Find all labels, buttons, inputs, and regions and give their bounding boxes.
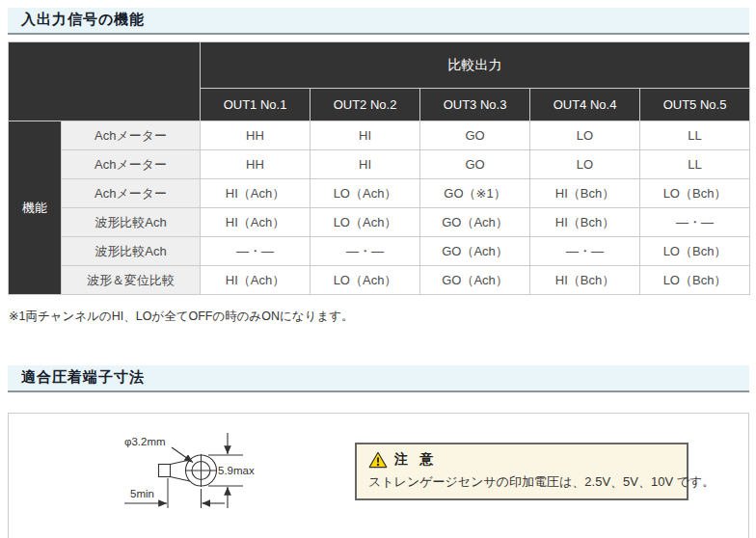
dim-height-label: 5.9max xyxy=(218,465,255,476)
table-cell: HH xyxy=(201,121,310,150)
table-row: 波形＆変位比較 HI（Ach） LO（Ach） GO（Ach） HI（Bch） … xyxy=(9,266,750,295)
spec-page: 入出力信号の機能 比較出力 OUT1 No.1 OUT2 No.2 OUT3 N… xyxy=(0,8,756,538)
table-cell: HI xyxy=(310,121,420,150)
table-cell: LL xyxy=(640,121,750,150)
table-cell: LO（Ach） xyxy=(310,179,420,208)
crimp-terminal-diagram: φ3.2mm 5.9max 5min xyxy=(117,429,300,525)
table-footnote: ※1両チャンネルのHI、LOが全てOFFの時のみONになります。 xyxy=(9,309,756,325)
wire-barrel xyxy=(159,465,171,477)
table-cell: LO（Bch） xyxy=(640,266,750,295)
table-cell: HH xyxy=(201,150,310,179)
table-cell: HI（Bch） xyxy=(530,266,640,295)
io-signal-table: 比較出力 OUT1 No.1 OUT2 No.2 OUT3 No.3 OUT4 … xyxy=(8,41,750,295)
table-corner-cell xyxy=(9,42,201,121)
col-header-out2: OUT2 No.2 xyxy=(310,89,420,121)
table-cell: —・— xyxy=(530,237,640,266)
table-cell: LL xyxy=(640,150,750,179)
col-header-out4: OUT4 No.4 xyxy=(530,89,640,121)
row-label: Achメーター xyxy=(62,179,201,208)
row-label: Achメーター xyxy=(62,121,201,150)
table-cell: —・— xyxy=(201,237,310,266)
row-label: 波形比較Ach xyxy=(62,237,201,266)
table-cell: LO xyxy=(530,121,640,150)
table-cell: GO xyxy=(420,121,530,150)
table-row: 波形比較Ach HI（Ach） LO（Ach） GO（Ach） HI（Bch） … xyxy=(9,208,750,237)
table-row: 波形比較Ach —・— —・— GO（Ach） —・— LO（Bch） xyxy=(9,237,750,266)
table-cell: GO（※1） xyxy=(420,179,530,208)
section-title-crimp-terminal: 適合圧着端子寸法 xyxy=(8,365,749,392)
row-label: 波形＆変位比較 xyxy=(62,266,201,295)
table-cell: HI（Bch） xyxy=(530,179,640,208)
caution-title: 注 意 xyxy=(394,451,437,469)
table-cell: LO xyxy=(530,150,640,179)
crimp-terminal-panel: φ3.2mm 5.9max 5min 注 意 xyxy=(8,413,749,538)
col-header-out5: OUT5 No.5 xyxy=(640,89,750,121)
row-label: 波形比較Ach xyxy=(62,208,201,237)
caution-text: ストレンゲージセンサの印加電圧は、2.5V、5V、10V です。 xyxy=(368,473,675,491)
group-header-comparison-output: 比較出力 xyxy=(201,42,750,89)
table-cell: LO（Ach） xyxy=(310,208,420,237)
dim-hole-label: φ3.2mm xyxy=(124,436,166,447)
table-row: Achメーター HH HI GO LO LL xyxy=(9,150,750,179)
col-header-out1: OUT1 No.1 xyxy=(201,89,310,121)
table-cell: HI（Ach） xyxy=(201,179,310,208)
table-row: 機能 Achメーター HH HI GO LO LL xyxy=(9,121,750,150)
table-cell: HI（Bch） xyxy=(530,208,640,237)
row-label: Achメーター xyxy=(62,150,201,179)
warning-triangle-icon xyxy=(368,451,388,469)
table-cell: GO（Ach） xyxy=(420,208,530,237)
table-cell: GO（Ach） xyxy=(420,237,530,266)
table-cell: —・— xyxy=(640,208,750,237)
table-row: Achメーター HI（Ach） LO（Ach） GO（※1） HI（Bch） L… xyxy=(9,179,750,208)
section-title-io-signals: 入出力信号の機能 xyxy=(8,8,749,35)
table-cell: GO（Ach） xyxy=(420,266,530,295)
table-cell: GO xyxy=(420,150,530,179)
dim-length-label: 5min xyxy=(130,488,154,499)
table-cell: LO（Bch） xyxy=(640,179,750,208)
row-group-label-function: 機能 xyxy=(9,121,62,295)
table-cell: HI（Ach） xyxy=(201,208,310,237)
table-cell: HI（Ach） xyxy=(201,266,310,295)
caution-box: 注 意 ストレンゲージセンサの印加電圧は、2.5V、5V、10V です。 xyxy=(355,443,688,500)
table-cell: HI xyxy=(310,150,420,179)
table-cell: —・— xyxy=(310,237,420,266)
table-cell: LO（Ach） xyxy=(310,266,420,295)
table-cell: LO（Bch） xyxy=(640,237,750,266)
col-header-out3: OUT3 No.3 xyxy=(420,89,530,121)
